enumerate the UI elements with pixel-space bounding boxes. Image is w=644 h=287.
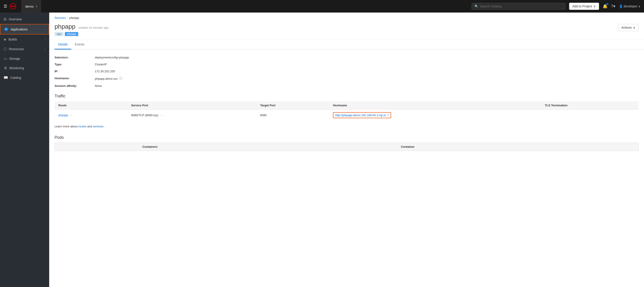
page-subtitle: created 10 minutes ago [78, 26, 108, 29]
selectors-label: Selectors: [54, 55, 95, 60]
pods-section-title: Pods [54, 135, 639, 140]
notification-icon[interactable]: 🔔 [603, 4, 608, 9]
search-icon: 🔍 [474, 5, 478, 8]
hostname-cell-wrapper: http://phpapp-demo.192.168.64.3.nip.io ↗ [330, 110, 541, 121]
pods-section: Pods Containers Container [49, 133, 644, 156]
storage-icon: ▭ [4, 56, 7, 61]
applications-chevron: › [44, 28, 45, 31]
sidebar-item-storage[interactable]: ▭ Storage [0, 54, 49, 63]
sidebar-item-label: Resources [9, 47, 24, 51]
tab-details[interactable]: Details [54, 40, 71, 50]
sidebar-item-resources[interactable]: ⬡ Resources › [0, 44, 49, 54]
notification-badge [606, 3, 608, 5]
table-row: phpapp → 8080/TCP (8080-tcp) → 8080 http… [55, 110, 639, 121]
nav-icons: 🔔 ?▾ 👤 developer ∨ [603, 4, 640, 9]
pods-col-empty [55, 143, 139, 151]
sidebar-item-catalog[interactable]: 📖 Catalog [0, 73, 49, 82]
traffic-table-head: Route Service Port Target Port Hostname … [55, 101, 639, 110]
sidebar-item-applications[interactable]: 🔷 Applications › [0, 24, 49, 35]
actions-button[interactable]: Actions ∨ [618, 24, 639, 31]
pods-col-containers: Containers [139, 143, 397, 151]
tab-events[interactable]: Events [71, 40, 88, 50]
monitoring-icon: 🖥 [4, 66, 7, 70]
service-port-cell: 8080/TCP (8080-tcp) → [128, 110, 257, 121]
sidebar-item-label: Applications [11, 28, 28, 31]
col-hostname: Hostname [330, 101, 541, 110]
resources-chevron: › [45, 48, 46, 50]
help-icon[interactable]: ?▾ [611, 4, 616, 9]
tag-app: app [54, 32, 64, 36]
ip-label: IP: [54, 69, 95, 74]
actions-chevron: ∨ [633, 26, 635, 29]
sidebar-item-overview[interactable]: ⊞ Overview [0, 14, 49, 24]
hostname-url-link[interactable]: http://phpapp-demo.192.168.64.3.nip.io [335, 114, 386, 117]
sidebar-item-label: Storage [9, 57, 20, 61]
page-title: phpapp [54, 23, 75, 30]
logo-circle: okd [10, 3, 16, 10]
search-input[interactable] [480, 5, 562, 8]
sidebar-item-label: Builds [8, 38, 17, 41]
sidebar-item-monitoring[interactable]: 🖥 Monitoring [0, 63, 49, 73]
tag-phpapp: phpapp [65, 32, 78, 36]
builds-icon: ◈ [4, 37, 6, 42]
hostname-info-icon[interactable]: ⓘ [119, 77, 122, 81]
session-affinity-label: Session affinity: [54, 83, 95, 88]
target-port-cell: 8080 [256, 110, 330, 121]
service-arrow: → [160, 114, 163, 117]
traffic-section-title: Traffic [54, 94, 639, 99]
hamburger-menu[interactable]: ☰ [4, 4, 7, 9]
overview-icon: ⊞ [4, 17, 6, 21]
traffic-table-body: phpapp → 8080/TCP (8080-tcp) → 8080 http… [55, 110, 639, 121]
tls-cell [541, 110, 638, 121]
col-target-port: Target Port [256, 101, 330, 110]
page-title-row: phpapp created 10 minutes ago [54, 23, 639, 30]
selectors-value: deploymentconfig=phpapp [95, 55, 639, 60]
hostname-label: Hostname: [54, 76, 95, 82]
traffic-table: Route Service Port Target Port Hostname … [54, 101, 639, 121]
app-logo: okd [10, 3, 16, 10]
tab-bar: Details Events [49, 40, 644, 50]
top-nav-right: 🔍 Add to Project ∨ 🔔 ?▾ 👤 developer ∨ [472, 3, 640, 10]
top-navigation: ☰ okd demo ∨ 🔍 Add to Project ∨ 🔔 ?▾ 👤 d… [0, 0, 644, 13]
sidebar-item-label: Catalog [10, 76, 21, 80]
breadcrumb-current: phpapp [69, 16, 79, 20]
route-cell: phpapp → [55, 110, 128, 121]
sidebar-item-label: Monitoring [10, 66, 24, 70]
detail-grid: Selectors: deploymentconfig=phpapp Type:… [54, 55, 639, 88]
route-arrow: → [70, 114, 73, 117]
user-menu[interactable]: 👤 developer ∨ [619, 5, 640, 8]
routes-link[interactable]: routes [78, 125, 86, 128]
search-catalog[interactable]: 🔍 [472, 3, 566, 10]
type-label: Type: [54, 62, 95, 67]
col-route: Route [55, 101, 128, 110]
pods-header-row: Containers Container [55, 143, 639, 151]
services-link[interactable]: services [93, 125, 104, 128]
add-to-project-button[interactable]: Add to Project ∨ [569, 3, 599, 10]
detail-section: Selectors: deploymentconfig=phpapp Type:… [49, 50, 644, 133]
pods-col-container: Container [397, 143, 638, 151]
main-layout: ⊞ Overview 🔷 Applications › ◈ Builds › ⬡… [0, 13, 644, 287]
breadcrumb-separator: › [67, 16, 68, 20]
breadcrumb: Services › phpapp [49, 13, 644, 21]
hostname-value: phpapp.demo.svc ⓘ [95, 76, 639, 82]
main-content: Services › phpapp phpapp created 10 minu… [49, 13, 644, 287]
sidebar-item-label: Overview [9, 18, 22, 21]
sidebar-item-builds[interactable]: ◈ Builds › [0, 35, 49, 44]
page-header: phpapp created 10 minutes ago app phpapp… [49, 21, 644, 40]
applications-icon: 🔷 [4, 27, 8, 31]
project-selector[interactable]: demo ∨ [22, 0, 41, 13]
builds-chevron: › [45, 38, 46, 41]
page-tags: app phpapp [54, 32, 639, 36]
breadcrumb-services-link[interactable]: Services [54, 16, 66, 20]
learn-more: Learn more about routes and services . [54, 125, 639, 128]
add-to-project-chevron: ∨ [594, 5, 596, 8]
resources-icon: ⬡ [4, 47, 7, 51]
route-link[interactable]: phpapp [58, 114, 68, 117]
col-service-port: Service Port [128, 101, 257, 110]
type-value: ClusterIP [95, 62, 639, 67]
session-affinity-value: None [95, 83, 639, 88]
col-tls: TLS Termination [541, 101, 638, 110]
traffic-table-header-row: Route Service Port Target Port Hostname … [55, 101, 639, 110]
pods-table-head: Containers Container [55, 143, 639, 151]
external-link-icon: ↗ [387, 114, 389, 117]
